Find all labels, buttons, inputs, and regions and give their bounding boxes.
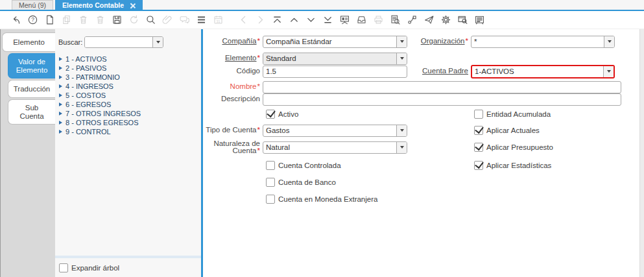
toolbar-chat-button — [179, 14, 190, 25]
tree-bottom-bar: Expandir árbol — [55, 256, 201, 277]
search-dropdown-icon[interactable] — [152, 37, 163, 47]
tree-item-label: 8 - OTROS EGRESOS — [66, 119, 138, 126]
compania-combobox[interactable]: Compañia Estándar — [263, 36, 407, 48]
toolbar-help-button[interactable] — [27, 14, 38, 25]
nombre-input[interactable] — [263, 81, 621, 93]
tree-item[interactable]: 9 - CONTROL — [59, 127, 201, 136]
toolbar-undo-button[interactable] — [10, 14, 21, 25]
tree-expand-icon[interactable] — [59, 66, 62, 70]
toolbar-next-record-button — [255, 14, 266, 25]
toolbar-zoom-across-button[interactable] — [390, 14, 401, 25]
tree-expand-icon[interactable] — [59, 84, 62, 88]
elemento-label[interactable]: Elemento* — [203, 54, 260, 62]
search-input[interactable] — [85, 37, 152, 47]
tipo-cuenta-combobox[interactable]: Gastos — [263, 125, 407, 137]
tree-expand-icon[interactable] — [59, 102, 62, 106]
toolbar-first-record-button[interactable] — [272, 14, 283, 25]
toolbar-product-info-button[interactable] — [457, 14, 468, 25]
tree-item[interactable]: 5 - COSTOS — [59, 91, 201, 100]
aplicar-estadisticas-checkbox[interactable] — [474, 161, 483, 170]
toolbar-previous-record-button — [238, 14, 249, 25]
descripcion-input[interactable] — [263, 93, 621, 106]
tree-expand-icon[interactable] — [59, 130, 62, 134]
requests-icon — [423, 14, 435, 25]
side-tab-sub-cuenta[interactable]: Sub Cuenta — [8, 99, 55, 125]
window-tab-label: Menú (9) — [19, 1, 46, 9]
cuenta-controlada-checkbox[interactable] — [266, 161, 275, 170]
cuenta-banco-checkbox[interactable] — [266, 178, 275, 187]
side-tab-valor-de-elemento[interactable]: Valor de Elemento — [8, 53, 55, 78]
preferences-icon — [440, 14, 451, 25]
tree-item[interactable]: 7 - OTROS INGRESOS — [59, 109, 201, 118]
toolbar-report-button[interactable] — [339, 14, 350, 25]
expand-tree-checkbox[interactable] — [59, 263, 68, 272]
toolbar-archive-button[interactable] — [356, 14, 367, 25]
tree-expand-icon[interactable] — [59, 112, 62, 115]
activo-checkbox[interactable] — [266, 110, 275, 119]
elemento-dropdown-icon — [396, 53, 407, 64]
aplicar-actuales-checkbox[interactable] — [474, 126, 483, 135]
tree-search-row: Buscar: — [55, 29, 201, 48]
form-panel: Compañía* Compañia Estándar Organización… — [203, 29, 644, 277]
aplicar-presupuesto-checkbox[interactable] — [474, 143, 483, 152]
find-icon — [145, 14, 156, 25]
tab-close-icon[interactable] — [130, 3, 136, 8]
elemento-combobox: Standard — [263, 53, 407, 65]
tree-expand-icon[interactable] — [59, 121, 62, 125]
toolbar-workflow-button[interactable] — [407, 14, 418, 25]
tree-expand-icon[interactable] — [59, 75, 62, 79]
tree-expand-icon[interactable] — [59, 93, 62, 97]
toolbar-print-button — [373, 14, 384, 25]
tree-item[interactable]: 6 - EGRESOS — [59, 100, 201, 109]
codigo-input[interactable] — [263, 66, 407, 78]
tree-item[interactable]: 1 - ACTIVOS — [59, 54, 201, 64]
toolbar-requests-button[interactable] — [423, 14, 435, 25]
tree-item[interactable]: 4 - INGRESOS — [59, 82, 201, 91]
tipo-cuenta-value: Gastos — [263, 125, 396, 136]
side-tab-elemento[interactable]: Elemento — [2, 32, 55, 52]
tree-item[interactable]: 3 - PATRIMONIO — [59, 73, 201, 82]
toolbar-find-button[interactable] — [145, 14, 156, 25]
cuenta-padre-label[interactable]: Cuenta Padre — [396, 67, 468, 75]
cuenta-padre-dropdown-icon[interactable] — [603, 66, 614, 77]
tree-item-label: 1 - ACTIVOS — [66, 55, 107, 63]
entidad-acumulada-checkbox[interactable] — [474, 110, 483, 119]
tipo-cuenta-dropdown-icon[interactable] — [396, 125, 407, 136]
vertical-scrollbar[interactable] — [639, 29, 644, 277]
entidad-acumulada-label: Entidad Acumulada — [486, 110, 551, 118]
toolbar-quick-form-button[interactable] — [474, 14, 485, 25]
tree-item[interactable]: 2 - PASIVOS — [59, 64, 201, 73]
cuenta-padre-combobox[interactable]: 1-ACTIVOS — [471, 65, 615, 78]
toolbar-last-record-button[interactable] — [322, 14, 333, 25]
organizacion-combobox[interactable]: * — [471, 36, 615, 48]
compania-label[interactable]: Compañía* — [203, 38, 260, 45]
cuenta-banco-label: Cuenta de Banco — [278, 178, 336, 186]
toolbar-new-record-button[interactable] — [44, 14, 55, 25]
toolbar-grid-toggle-button[interactable] — [196, 14, 207, 25]
toolbar-parent-record-button[interactable] — [289, 14, 300, 25]
toolbar-save-button[interactable] — [112, 14, 123, 25]
tree-item[interactable]: 8 - OTROS EGRESOS — [59, 118, 201, 127]
tree-expand-icon[interactable] — [59, 57, 62, 61]
organizacion-label[interactable]: Organización* — [396, 38, 468, 45]
toolbar-refresh-button — [128, 14, 139, 25]
side-tabstrip: ElementoValor de ElementoTraducciónSub C… — [0, 29, 55, 277]
side-tab-traduccion[interactable]: Traducción — [8, 80, 55, 98]
naturaleza-cuenta-dropdown-icon[interactable] — [396, 142, 407, 153]
window-tab-elemento-contable[interactable]: Elemento Contable — [55, 0, 143, 10]
naturaleza-cuenta-combobox[interactable]: Natural — [263, 141, 407, 154]
toolbar-preferences-button[interactable] — [440, 14, 451, 25]
compania-value: Compañia Estándar — [263, 36, 396, 47]
toolbar-detail-record-button[interactable] — [305, 14, 316, 25]
toolbar-calendar-button — [213, 14, 224, 25]
next-record-icon — [255, 14, 266, 25]
archive-icon — [356, 14, 367, 25]
tree-item-label: 2 - PASIVOS — [66, 64, 106, 72]
parent-record-icon — [289, 14, 300, 25]
calendar-icon — [213, 14, 224, 25]
cuenta-moneda-extranjera-checkbox[interactable] — [266, 195, 275, 204]
search-combobox[interactable] — [84, 36, 163, 48]
elemento-value: Standard — [263, 53, 396, 64]
window-tab-menu[interactable]: Menú (9) — [12, 0, 53, 10]
organizacion-dropdown-icon[interactable] — [604, 36, 614, 47]
